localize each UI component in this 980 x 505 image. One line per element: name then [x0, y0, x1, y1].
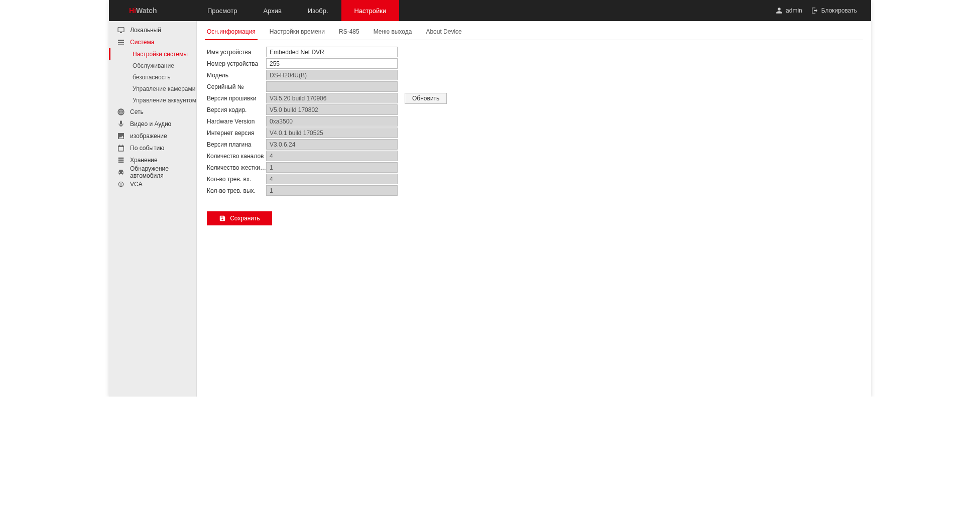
- sidebar-camera-management[interactable]: Управление камерами: [109, 83, 196, 94]
- subtab-output-menu[interactable]: Меню выхода: [372, 28, 414, 40]
- subtab-time-settings[interactable]: Настройки времени: [268, 28, 327, 40]
- device-info-form: Имя устройства Номер устройства Модель С…: [205, 46, 863, 225]
- sidebar-vca[interactable]: VCA: [109, 178, 196, 190]
- sidebar-video-audio[interactable]: Видео и Аудио: [109, 118, 196, 130]
- input-alarm-in: [266, 174, 398, 184]
- sidebar-account-management[interactable]: Управление аккаунтом: [109, 94, 196, 106]
- sidebar-network-label: Сеть: [130, 108, 144, 115]
- save-icon: [219, 215, 226, 222]
- logout-label: Блокировать: [821, 7, 857, 14]
- system-icon: [117, 38, 125, 46]
- subtab-about[interactable]: About Device: [424, 28, 463, 40]
- topnav-archive[interactable]: Архив: [250, 0, 294, 21]
- brand-logo: HiWatch: [109, 7, 194, 15]
- mic-icon: [117, 120, 125, 128]
- sidebar-storage[interactable]: Хранение: [109, 154, 196, 166]
- input-hardware: [266, 116, 398, 127]
- sidebar-image-label: изображение: [130, 133, 167, 140]
- sidebar-event-label: По событию: [130, 145, 164, 152]
- input-firmware: [266, 93, 398, 103]
- topbar-right: admin Блокировать: [776, 7, 871, 14]
- subtabs: Осн.информация Настройки времени RS-485 …: [205, 21, 863, 40]
- calendar-icon: [117, 144, 125, 152]
- input-alarm-out: [266, 185, 398, 196]
- label-serial: Серийный №: [207, 83, 266, 90]
- logout-button[interactable]: Блокировать: [811, 7, 857, 14]
- topnav-preview[interactable]: Просмотр: [194, 0, 250, 21]
- label-web: Интернет версия: [207, 130, 266, 137]
- label-plugin: Версия плагина: [207, 141, 266, 148]
- input-device-no[interactable]: [266, 58, 398, 69]
- topnav-settings[interactable]: Настройки: [341, 0, 400, 21]
- sidebar-local[interactable]: Локальный: [109, 24, 196, 36]
- input-device-name[interactable]: [266, 47, 398, 57]
- subtab-basic-info[interactable]: Осн.информация: [205, 28, 258, 40]
- topbar: HiWatch Просмотр Архив Изобр. Настройки …: [109, 0, 871, 21]
- input-web: [266, 128, 398, 138]
- input-model: [266, 70, 398, 80]
- label-hdds: Количество жестких дис...: [207, 164, 266, 171]
- update-button[interactable]: Обновить: [405, 93, 447, 104]
- input-encoder: [266, 104, 398, 115]
- sidebar-system-settings[interactable]: Настройки системы: [109, 48, 196, 60]
- sidebar-video-audio-label: Видео и Аудио: [130, 120, 171, 128]
- label-alarm-in: Кол-во трев. вх.: [207, 176, 266, 183]
- label-hardware: Hardware Version: [207, 118, 266, 125]
- main-content: Осн.информация Настройки времени RS-485 …: [197, 21, 871, 397]
- label-model: Модель: [207, 72, 266, 79]
- sidebar-vca-label: VCA: [130, 181, 143, 188]
- topnav-image[interactable]: Изобр.: [295, 0, 341, 21]
- subtab-rs485[interactable]: RS-485: [337, 28, 361, 40]
- username: admin: [786, 7, 802, 14]
- sidebar-maintenance[interactable]: Обслуживание: [109, 60, 196, 71]
- monitor-icon: [117, 26, 125, 34]
- car-icon: [117, 168, 125, 176]
- globe-icon: [117, 108, 125, 116]
- sidebar-system[interactable]: Система: [109, 36, 196, 48]
- input-channels: [266, 151, 398, 161]
- label-firmware: Версия прошивки: [207, 95, 266, 102]
- user-indicator[interactable]: admin: [776, 7, 802, 14]
- save-button-label: Сохранить: [230, 215, 260, 222]
- user-icon: [776, 7, 783, 14]
- label-encoder: Версия кодир.: [207, 106, 266, 113]
- label-device-no: Номер устройства: [207, 60, 266, 67]
- input-hdds: [266, 162, 398, 173]
- input-serial: [266, 81, 398, 92]
- sidebar-network[interactable]: Сеть: [109, 106, 196, 118]
- sidebar-vehicle[interactable]: Обнаружение автомобиля: [109, 166, 196, 178]
- brand-part1: Hi: [129, 7, 136, 15]
- sidebar: Локальный Система Настройки системы Обсл…: [109, 21, 197, 397]
- vca-icon: [117, 180, 125, 188]
- label-alarm-out: Кол-во трев. вых.: [207, 187, 266, 194]
- sidebar-storage-label: Хранение: [130, 157, 158, 164]
- label-device-name: Имя устройства: [207, 49, 266, 56]
- sidebar-event[interactable]: По событию: [109, 142, 196, 154]
- sidebar-system-label: Система: [130, 39, 154, 46]
- image-icon: [117, 132, 125, 140]
- brand-part2: Watch: [136, 7, 157, 15]
- sidebar-vehicle-label: Обнаружение автомобиля: [130, 165, 196, 179]
- sidebar-local-label: Локальный: [130, 27, 161, 34]
- label-channels: Количество каналов: [207, 153, 266, 160]
- sidebar-security[interactable]: безопасность: [109, 71, 196, 83]
- logout-icon: [811, 7, 818, 14]
- input-plugin: [266, 139, 398, 150]
- storage-icon: [117, 156, 125, 164]
- save-button[interactable]: Сохранить: [207, 211, 272, 225]
- topnav: Просмотр Архив Изобр. Настройки: [194, 0, 399, 21]
- sidebar-image[interactable]: изображение: [109, 130, 196, 142]
